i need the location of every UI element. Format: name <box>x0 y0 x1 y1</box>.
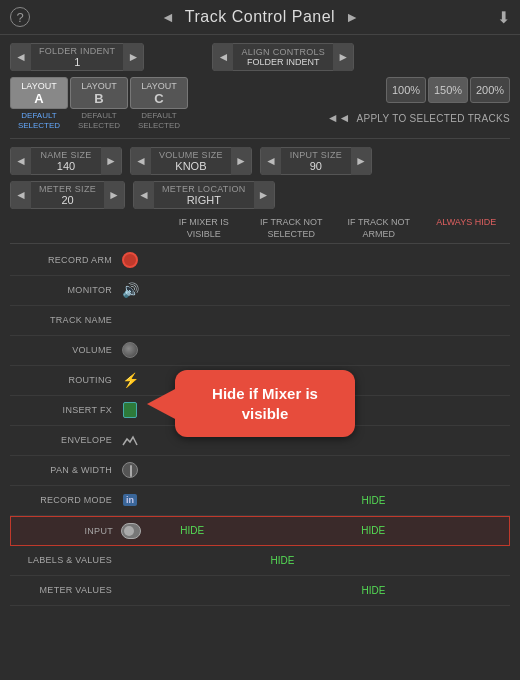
row-record-arm: RECORD ARM <box>10 246 510 276</box>
monitor-icon: 🔊 <box>120 280 140 300</box>
row-monitor: MONITOR 🔊 <box>10 276 510 306</box>
row-labels-values-label: LABELS & VALUES <box>10 555 120 565</box>
apply-arrow-icon: ◄◄ <box>327 111 351 125</box>
volume-icon <box>120 340 140 360</box>
align-controls-stepper: ◄ ALIGN CONTROLS FOLDER INDENT ► <box>212 43 354 71</box>
cell-rout-4[interactable] <box>419 375 510 386</box>
cell-mv-4[interactable] <box>419 585 510 596</box>
cell-inp-2[interactable] <box>238 525 329 536</box>
row-insert-fx-label: INSERT FX <box>10 405 120 415</box>
cell-rm-3[interactable]: HIDE <box>328 495 419 506</box>
meter-location-dec[interactable]: ◄ <box>134 181 154 209</box>
help-button[interactable]: ? <box>10 7 30 27</box>
row-labels-values: LABELS & VALUES HIDE <box>10 546 510 576</box>
align-inc[interactable]: ► <box>333 43 353 71</box>
row-pan-width: PAN & WIDTH <box>10 456 510 486</box>
th-mixer-visible: IF MIXER IS VISIBLE <box>160 215 248 242</box>
volume-size-label: VOLUME SIZE <box>159 150 223 160</box>
arrow-right[interactable]: ► <box>335 9 369 25</box>
volume-size-inc[interactable]: ► <box>231 147 251 175</box>
cell-rm-4[interactable] <box>419 495 510 506</box>
meter-location-inc[interactable]: ► <box>254 181 274 209</box>
input-size-inc[interactable]: ► <box>351 147 371 175</box>
folder-indent-dec[interactable]: ◄ <box>11 43 31 71</box>
row-volume: VOLUME <box>10 336 510 366</box>
layout-buttons: LAYOUT A DEFAULTSELECTED LAYOUT B DEFAUL… <box>10 77 188 130</box>
row-track-name-label: TRACK NAME <box>10 315 120 325</box>
apply-row: ◄◄ APPLY TO SELECTED TRACKS <box>327 111 510 125</box>
folder-indent-value: 1 <box>74 56 80 68</box>
row-record-mode: RECORD MODE in HIDE <box>10 486 510 516</box>
row-input-label: INPUT <box>11 526 121 536</box>
input-size-value: 90 <box>310 160 322 172</box>
tooltip-text: Hide if Mixer isvisible <box>212 385 318 422</box>
tooltip-arrow <box>147 388 177 420</box>
layout-scale-row: LAYOUT A DEFAULTSELECTED LAYOUT B DEFAUL… <box>10 77 510 130</box>
folder-indent-stepper: ◄ FOLDER INDENT 1 ► <box>10 43 144 71</box>
size-row-2: ◄ METER SIZE 20 ► ◄ METER LOCATION RIGHT… <box>10 181 510 209</box>
name-size-value: 140 <box>57 160 75 172</box>
align-label-2: FOLDER INDENT <box>247 57 320 67</box>
record-arm-icon <box>120 250 140 270</box>
input-size-dec[interactable]: ◄ <box>261 147 281 175</box>
scale-150[interactable]: 150% <box>428 77 468 103</box>
input-size-label: INPUT SIZE <box>290 150 342 160</box>
insert-fx-icon <box>120 400 140 420</box>
cell-lv-2[interactable]: HIDE <box>237 555 328 566</box>
name-size-label: NAME SIZE <box>40 150 91 160</box>
folder-indent-inc[interactable]: ► <box>123 43 143 71</box>
meter-size-dec[interactable]: ◄ <box>11 181 31 209</box>
record-mode-icon: in <box>120 490 140 510</box>
pan-width-icon <box>120 460 140 480</box>
meter-size-inc[interactable]: ► <box>104 181 124 209</box>
cell-rm-2[interactable] <box>237 495 328 506</box>
cell-lv-3[interactable] <box>328 555 419 566</box>
track-control-panel: ? ◄ Track Control Panel ► ⬇ ◄ FOLDER IND… <box>0 0 520 680</box>
arrow-left[interactable]: ◄ <box>151 9 185 25</box>
panel-title: Track Control Panel <box>185 8 335 26</box>
row-track-name: TRACK NAME <box>10 306 510 336</box>
scale-100[interactable]: 100% <box>386 77 426 103</box>
track-name-icon <box>120 310 140 330</box>
row-record-mode-label: RECORD MODE <box>10 495 120 505</box>
name-size-stepper: ◄ NAME SIZE 140 ► <box>10 147 122 175</box>
meter-values-icon <box>120 580 140 600</box>
cell-lv-4[interactable] <box>419 555 510 566</box>
cell-rm-1[interactable] <box>146 495 237 506</box>
volume-size-dec[interactable]: ◄ <box>131 147 151 175</box>
align-label-1: ALIGN CONTROLS <box>241 47 325 57</box>
input-size-stepper: ◄ INPUT SIZE 90 ► <box>260 147 372 175</box>
layout-a-button[interactable]: LAYOUT A DEFAULTSELECTED <box>10 77 68 130</box>
layout-a-sub: DEFAULTSELECTED <box>18 111 60 130</box>
layout-b-button[interactable]: LAYOUT B DEFAULTSELECTED <box>70 77 128 130</box>
tooltip-bubble: Hide if Mixer isvisible <box>175 370 355 437</box>
row-meter-values: METER VALUES HIDE <box>10 576 510 606</box>
layout-c-button[interactable]: LAYOUT C DEFAULTSELECTED <box>130 77 188 130</box>
cell-mv-2[interactable] <box>237 585 328 596</box>
row-record-arm-label: RECORD ARM <box>10 255 120 265</box>
cell-inp-3[interactable]: HIDE <box>328 525 419 536</box>
cell-mv-1[interactable] <box>146 585 237 596</box>
folder-indent-label: FOLDER INDENT <box>39 46 115 56</box>
cell-inp-1[interactable]: HIDE <box>147 525 238 536</box>
panel-content: ◄ FOLDER INDENT 1 ► ◄ ALIGN CONTROLS FOL… <box>0 35 520 680</box>
cell-mv-3[interactable]: HIDE <box>328 585 419 596</box>
scale-200[interactable]: 200% <box>470 77 510 103</box>
scale-apply-block: 100% 150% 200% ◄◄ APPLY TO SELECTED TRAC… <box>327 77 510 125</box>
layout-c-sub: DEFAULTSELECTED <box>138 111 180 130</box>
cell-inp-4[interactable] <box>419 525 510 536</box>
volume-size-value: KNOB <box>175 160 206 172</box>
routing-icon: ⚡ <box>120 370 140 390</box>
name-size-inc[interactable]: ► <box>101 147 121 175</box>
row-meter-values-label: METER VALUES <box>10 585 120 595</box>
download-button[interactable]: ⬇ <box>497 8 510 27</box>
panel-header: ? ◄ Track Control Panel ► ⬇ <box>0 0 520 35</box>
envelope-icon <box>120 430 140 450</box>
cell-lv-1[interactable] <box>146 555 237 566</box>
row-volume-label: VOLUME <box>10 345 120 355</box>
meter-location-label: METER LOCATION <box>162 184 246 194</box>
row-envelope-label: ENVELOPE <box>10 435 120 445</box>
name-size-dec[interactable]: ◄ <box>11 147 31 175</box>
input-icon <box>121 521 141 541</box>
align-dec[interactable]: ◄ <box>213 43 233 71</box>
